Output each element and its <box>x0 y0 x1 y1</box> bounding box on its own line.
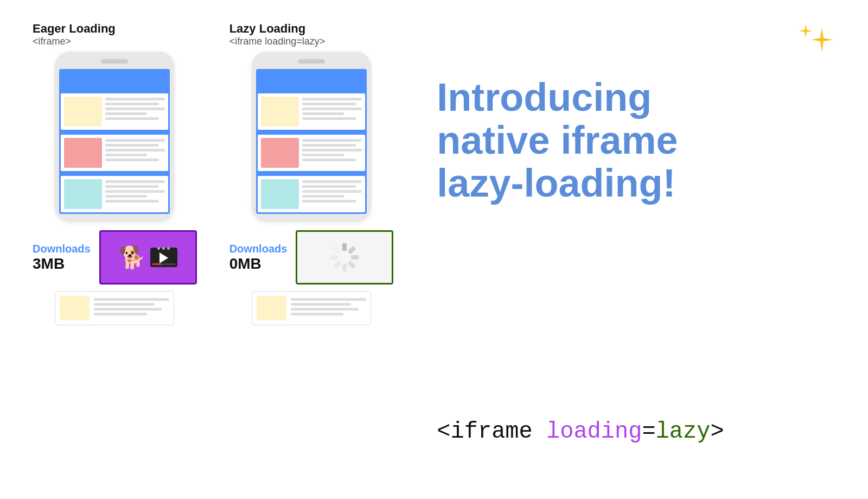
screen-header-eager <box>60 70 169 92</box>
code-equals: = <box>642 419 655 445</box>
lazy-label: Lazy Loading <iframe loading=lazy> <box>229 22 326 47</box>
phone-notch-eager <box>101 59 128 64</box>
eager-column: Eager Loading <iframe> <box>33 22 197 325</box>
svg-rect-1 <box>348 246 356 255</box>
line <box>302 200 356 203</box>
screen-lines-1-eager <box>105 97 165 120</box>
line <box>105 149 165 151</box>
lazy-code: <iframe loading=lazy> <box>229 36 326 47</box>
lazy-downloads-text: Downloads 0MB <box>229 243 288 273</box>
divider-1-eager <box>60 131 169 133</box>
video-progress-bar <box>152 263 175 265</box>
svg-rect-7 <box>333 246 342 255</box>
mini-line <box>291 298 366 301</box>
line <box>105 139 165 142</box>
screen-lines-3-eager <box>105 179 165 203</box>
eager-mini-card <box>55 291 174 325</box>
line <box>105 112 147 115</box>
eager-iframe-preview: 🐕 <box>99 230 197 285</box>
line <box>302 103 356 105</box>
lazy-below-phone <box>252 291 371 325</box>
lazy-downloads-area: Downloads 0MB <box>229 230 394 285</box>
eager-downloads-label: Downloads <box>33 243 91 255</box>
lazy-title: Lazy Loading <box>229 22 326 36</box>
screen-section-1-lazy <box>258 93 365 130</box>
line <box>302 112 344 115</box>
mini-line <box>94 308 162 311</box>
line <box>302 154 344 156</box>
top-right: Introducing native iframe lazy-loading! <box>437 22 835 222</box>
line <box>105 200 159 203</box>
line <box>105 154 147 156</box>
phones-section: Eager Loading <iframe> <box>33 22 393 477</box>
screen-lines-1-lazy <box>302 97 362 120</box>
screen-section-1-eager <box>61 93 168 130</box>
line <box>302 190 362 193</box>
line <box>302 195 344 198</box>
section-image-1-lazy <box>261 97 299 127</box>
eager-mini-card-lines <box>94 296 169 315</box>
dog-icon: 🐕 <box>119 245 146 270</box>
section-image-3-eager <box>64 179 102 209</box>
screen-section-2-eager <box>61 135 168 171</box>
line <box>105 180 165 183</box>
line <box>105 185 159 188</box>
line <box>105 190 165 193</box>
video-progress-fill <box>152 263 162 265</box>
line <box>105 103 159 105</box>
line <box>105 159 159 161</box>
loading-spinner-icon <box>328 241 361 274</box>
code-snippet: <iframe loading=lazy> <box>437 419 724 445</box>
right-section: Introducing native iframe lazy-loading! … <box>415 22 835 477</box>
line <box>302 180 362 183</box>
line <box>302 144 356 147</box>
screen-lines-3-lazy <box>302 179 362 203</box>
line <box>302 159 356 161</box>
line <box>105 144 159 147</box>
section-image-2-eager <box>64 138 102 168</box>
intro-heading: Introducing native iframe lazy-loading! <box>437 76 835 205</box>
eager-title: Eager Loading <box>33 22 116 36</box>
phone-notch-lazy <box>298 59 325 64</box>
line <box>302 108 362 110</box>
line <box>302 117 356 120</box>
line <box>105 98 165 100</box>
screen-lines-2-lazy <box>302 138 362 161</box>
video-icon-box <box>150 248 177 267</box>
mini-line <box>291 308 359 311</box>
lazy-phone <box>252 52 371 222</box>
eager-downloads-amount: 3MB <box>33 255 65 273</box>
lazy-phone-screen <box>256 69 367 214</box>
screen-lines-2-eager <box>105 138 165 161</box>
divider-2-eager <box>60 173 169 174</box>
svg-rect-6 <box>330 255 338 260</box>
lazy-iframe-preview <box>296 230 393 285</box>
sparkle-icon <box>792 22 835 65</box>
screen-header-lazy <box>257 70 366 92</box>
section-image-2-lazy <box>261 138 299 168</box>
heading-line2: native iframe <box>437 119 835 162</box>
section-image-1-eager <box>64 97 102 127</box>
eager-phone <box>55 52 174 222</box>
code-snippet-area: <iframe loading=lazy> <box>437 419 835 477</box>
line <box>105 195 147 198</box>
screen-section-3-eager <box>61 176 168 212</box>
play-icon <box>159 252 168 263</box>
screen-section-2-lazy <box>258 135 365 171</box>
lazy-downloads-label: Downloads <box>229 243 288 255</box>
code-close: > <box>710 419 724 445</box>
main-container: Eager Loading <iframe> <box>0 0 868 499</box>
mini-line <box>94 298 169 301</box>
lazy-column: Lazy Loading <iframe loading=lazy> <box>229 22 394 325</box>
code-loading: loading <box>546 419 642 445</box>
heading-line1: Introducing <box>437 76 835 119</box>
screen-section-3-lazy <box>258 176 365 212</box>
eager-label: Eager Loading <iframe> <box>33 22 116 47</box>
svg-rect-3 <box>348 261 356 269</box>
mini-line <box>94 303 154 306</box>
code-lazy-value: lazy <box>656 419 711 445</box>
svg-rect-2 <box>351 255 359 260</box>
mini-line <box>291 303 351 306</box>
eager-mini-card-image <box>60 296 90 320</box>
mini-line <box>94 313 146 315</box>
